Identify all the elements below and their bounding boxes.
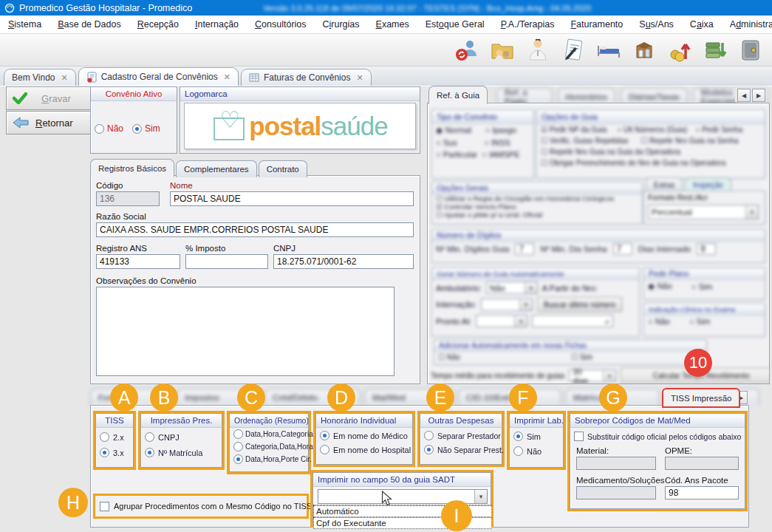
tiss-3x-radio[interactable] bbox=[100, 448, 109, 457]
logo-text-saude: saúde bbox=[321, 112, 387, 141]
razao-social-field[interactable]: CAIXA ASS. SAUDE EMPR.CORREIOS POSTAL SA… bbox=[96, 222, 414, 237]
safe-icon[interactable] bbox=[737, 36, 765, 64]
supplies-box-icon[interactable] bbox=[630, 36, 658, 64]
menu-item-caixa[interactable]: Caixa bbox=[682, 17, 722, 32]
honorario-individual-highlight: Honorário Individual Em nome do Médico E… bbox=[313, 411, 415, 467]
tab-complementares[interactable]: Complementares bbox=[176, 160, 257, 177]
annotation-badge-10: 10 bbox=[684, 349, 712, 377]
campo50-dropdown-arrow-icon[interactable]: ▾ bbox=[474, 490, 487, 503]
internacao-combo[interactable]: ▾ bbox=[481, 299, 533, 311]
tab-ref-a-guia[interactable]: Ref. à Guia bbox=[428, 86, 488, 104]
outras-despesas-highlight: Outras Despesas Separar Prestador Não Se… bbox=[417, 411, 505, 467]
buscar-ultimo-numero-button[interactable]: Buscar último número bbox=[537, 297, 622, 312]
tiss-2x-radio[interactable] bbox=[100, 432, 109, 442]
ordenacao-opt1-radio[interactable] bbox=[233, 429, 243, 439]
formato-combo[interactable]: Percentual▾ bbox=[648, 205, 759, 219]
impressao-cnpj-radio[interactable] bbox=[145, 432, 154, 442]
retornar-button[interactable]: Retornar bbox=[6, 111, 95, 134]
menu-item-cirurgias[interactable]: Cirurgias bbox=[315, 17, 368, 32]
imposto-field[interactable] bbox=[185, 254, 268, 269]
agrupar-highlight: Agrupar Procedimentos com o Mesmo Código… bbox=[93, 494, 309, 519]
ordenacao-title: Ordenação (Resumo) bbox=[230, 414, 308, 428]
menu-item-administracao[interactable]: Administração bbox=[722, 17, 772, 32]
tab-bem-vindo[interactable]: Bem Vindo ✕ bbox=[4, 69, 76, 86]
convenio-nao-label: Não bbox=[107, 123, 123, 134]
ordenacao-opt3-radio[interactable] bbox=[233, 454, 243, 464]
menu-item-sistema[interactable]: Sistema bbox=[0, 17, 49, 32]
tab-tiss-impressao[interactable]: TISS Impressão bbox=[662, 388, 740, 408]
tempo-recebimento-row: Tempo médio para recebimento de guias 30… bbox=[431, 368, 770, 383]
prescription-icon[interactable] bbox=[559, 36, 587, 64]
honorario-medico-radio[interactable] bbox=[320, 431, 329, 440]
document-tab-bar: Bem Vindo ✕ Cadastro Geral de Convênios … bbox=[0, 66, 772, 86]
lab-sim-label: Sim bbox=[527, 432, 541, 441]
menu-item-internacao[interactable]: Internação bbox=[187, 17, 247, 32]
despesas-separar-radio[interactable] bbox=[424, 431, 434, 440]
blurred-guia-content: Tipo de Convênio ◉ Normal ○ Ipasgo ○ Sus… bbox=[428, 103, 769, 383]
substituir-codigo-checkbox[interactable] bbox=[574, 432, 584, 441]
annotation-badge-g: G bbox=[599, 383, 627, 412]
lab-sim-radio[interactable] bbox=[513, 432, 523, 441]
tab-faturas-label: Faturas de Convênios bbox=[264, 72, 350, 83]
tab-extras[interactable]: Extras bbox=[646, 177, 683, 191]
substituir-codigo-label: Substituir código oficial pelos códigos … bbox=[587, 432, 741, 441]
hospital-bed-icon[interactable] bbox=[595, 36, 623, 64]
menu-item-faturamento[interactable]: Faturamento bbox=[562, 17, 631, 32]
tab-close-icon[interactable]: ✕ bbox=[61, 73, 67, 83]
annotation-badge-i: I bbox=[441, 500, 472, 531]
convenio-sim-radio[interactable] bbox=[132, 124, 142, 134]
menu-bar: Sistema Base de Dados Recepção Internaçã… bbox=[0, 16, 772, 34]
logomarca-group: Logomarca ♡ postal saúde bbox=[180, 86, 420, 154]
adicionar-automaticamente-group: Adicionar Automaticamente em novas Ficha… bbox=[434, 340, 707, 365]
tipo-convenio-group: Tipo de Convênio ◉ Normal ○ Ipasgo ○ Sus… bbox=[431, 109, 534, 179]
menu-item-estoque-geral[interactable]: Estoque Geral bbox=[417, 17, 493, 32]
payments-down-icon[interactable] bbox=[701, 36, 729, 64]
cnpj-field[interactable]: 18.275.071/0001-62 bbox=[273, 254, 414, 269]
tab-scroll-right-button[interactable]: ▶ bbox=[752, 89, 765, 102]
outras-despesas-title: Outras Despesas bbox=[420, 414, 502, 428]
tab-contrato[interactable]: Contrato bbox=[259, 160, 307, 177]
honorario-medico-label: Em nome do Médico bbox=[333, 432, 408, 440]
impressao-matricula-radio[interactable] bbox=[145, 448, 154, 457]
tab-faturas-convenios[interactable]: Faturas de Convênios ✕ bbox=[241, 69, 372, 86]
tab-cadastro-geral-convenios[interactable]: Cadastro Geral de Convênios ✕ bbox=[78, 67, 239, 86]
convenio-nao-radio[interactable] bbox=[95, 124, 104, 134]
menu-item-sus-ans[interactable]: Sus/Ans bbox=[631, 17, 682, 32]
registro-ans-field[interactable]: 419133 bbox=[96, 254, 180, 269]
patients-folder-icon[interactable] bbox=[488, 36, 516, 64]
menu-item-base-de-dados[interactable]: Base de Dados bbox=[49, 17, 129, 32]
honorario-hospital-radio[interactable] bbox=[320, 445, 329, 454]
back-arrow-icon bbox=[13, 117, 29, 129]
cod-ans-pacote-field[interactable]: 98 bbox=[665, 486, 739, 499]
cod-ans-pacote-label: Cód. Ans Pacote bbox=[665, 476, 728, 485]
doctor-icon[interactable] bbox=[524, 36, 552, 64]
sync-users-icon[interactable] bbox=[453, 36, 481, 64]
tab-inspecao[interactable]: Inspeção bbox=[685, 177, 731, 191]
revenue-up-icon[interactable] bbox=[666, 36, 694, 64]
tab-scroll-left-button[interactable]: ◀ bbox=[737, 89, 751, 102]
tab-close-icon[interactable]: ✕ bbox=[224, 72, 230, 82]
tab-close-icon[interactable]: ✕ bbox=[356, 73, 363, 83]
observacoes-textarea[interactable] bbox=[96, 287, 394, 376]
despesas-nao-separar-radio[interactable] bbox=[424, 445, 434, 454]
ref-a-guia-panel: Tipo de Convênio ◉ Normal ○ Ipasgo ○ Sus… bbox=[427, 103, 770, 384]
ordenacao-opt2-radio[interactable] bbox=[233, 442, 243, 451]
pronto-at-combo[interactable]: ▾ bbox=[476, 315, 527, 327]
lab-nao-radio[interactable] bbox=[513, 446, 523, 456]
agrupar-procedimentos-checkbox[interactable] bbox=[100, 502, 109, 511]
window-title-version-blurred: Versão 3.0.25.118 de 09/07/2020 16:32:07… bbox=[263, 4, 591, 13]
check-icon bbox=[13, 92, 27, 104]
opcoes-gerais-group: Opções Gerais ☐ Utilizar o Regra do Ciru… bbox=[431, 182, 643, 225]
annotation-badge-b: B bbox=[150, 383, 178, 412]
menu-item-recepcao[interactable]: Recepção bbox=[129, 17, 187, 32]
menu-item-consultorios[interactable]: Consultórios bbox=[247, 17, 314, 32]
tempo-combo[interactable]: 30 dias▾ bbox=[569, 369, 616, 382]
menu-item-pa-terapias[interactable]: P.A./Terapias bbox=[493, 17, 563, 32]
mouse-cursor bbox=[381, 491, 392, 509]
menu-item-exames[interactable]: Exames bbox=[368, 17, 417, 32]
gravar-button[interactable]: Gravar bbox=[6, 86, 95, 110]
ambulatorio-combo[interactable]: Não▾ bbox=[486, 282, 538, 294]
tab-registros-basicos[interactable]: Registros Básicos bbox=[90, 159, 174, 177]
nome-field[interactable]: POSTAL SAUDE bbox=[170, 191, 414, 206]
pronto-at-search-field[interactable]: ⌕ bbox=[532, 315, 613, 327]
